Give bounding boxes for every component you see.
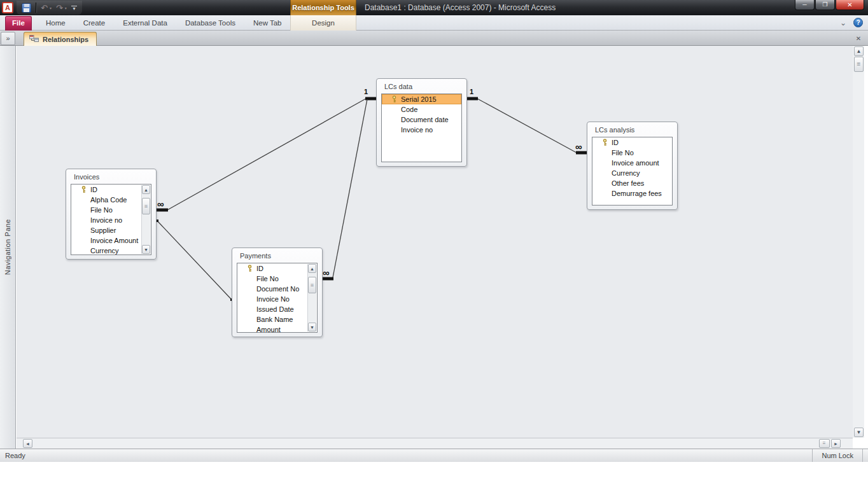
field-list-scrollbar[interactable]: ▲≡▼ [141,185,150,254]
field-label: Invoice no [401,126,433,134]
scroll-down-icon[interactable]: ▼ [142,245,150,254]
field-row[interactable]: Invoice amount [592,158,672,168]
field-row[interactable]: Code [382,104,461,115]
vertical-scrollbar[interactable]: ▲ ≡ ▼ [853,46,864,438]
field-row[interactable]: Other fees [592,178,672,188]
tab-external-data[interactable]: External Data [114,15,176,31]
scroll-down-icon[interactable]: ▼ [308,323,316,331]
field-row[interactable]: Currency [71,246,151,255]
help-icon[interactable]: ? [853,18,863,27]
scroll-right-icon[interactable]: ► [831,439,841,448]
cardinality-many-label: ∞ [157,200,164,207]
field-row[interactable]: ID [237,263,317,274]
access-window: A ↶ ▾ ↷ ▾ ▼ Relationship Tools Database1… [0,0,868,488]
cardinality-one-label: 1 [470,88,473,95]
field-row[interactable]: File No [237,274,317,284]
table-title[interactable]: Payments [237,249,318,263]
field-label: Invoice no [90,216,122,224]
field-label: Demurrage fees [612,190,662,197]
scroll-up-icon[interactable]: ▲ [308,264,316,273]
doc-close-icon[interactable]: ✕ [853,34,864,43]
scroll-up-icon[interactable]: ▲ [142,185,150,194]
customize-qat-icon[interactable]: ▼ [71,6,77,10]
field-label: Alpha Code [90,196,127,204]
scroll-thumb[interactable]: ≡ [142,198,150,214]
title-bar: A ↶ ▾ ↷ ▾ ▼ Relationship Tools Database1… [0,0,868,15]
minimize-button[interactable]: ─ [795,0,815,10]
field-row[interactable]: Serial 2015 [382,94,461,104]
field-row[interactable]: Invoice no [71,215,151,225]
tab-create[interactable]: Create [74,15,115,31]
scroll-left-icon[interactable]: ◄ [23,439,32,448]
field-label: Supplier [90,227,116,234]
field-label: File No [256,275,279,282]
relationships-canvas[interactable]: 1 ∞ ∞ 1 ∞ Invoices IDAlpha CodeFile NoIn… [17,46,853,438]
relationships-icon [29,34,39,45]
field-label: File No [612,149,634,157]
primary-key-icon [601,139,608,146]
redo-dropdown-icon[interactable]: ▾ [65,6,67,10]
table-box-invoices[interactable]: Invoices IDAlpha CodeFile NoInvoice noSu… [66,169,157,260]
field-label: Other fees [612,179,644,187]
field-row[interactable]: Invoice Amount [71,235,151,246]
field-row[interactable]: ID [592,137,672,148]
tab-new-tab[interactable]: New Tab [244,15,291,31]
field-row[interactable]: File No [592,148,672,158]
field-row[interactable]: Issued Date [237,304,317,314]
field-row[interactable]: Document date [382,115,461,125]
access-app-icon[interactable]: A [2,2,13,13]
undo-dropdown-icon[interactable]: ▾ [50,6,52,10]
field-label: Document No [256,285,299,293]
nav-pane-expand-button[interactable]: » [1,32,15,45]
tab-file[interactable]: File [5,16,32,31]
horizontal-scrollbar[interactable]: ◄ ≡ ► [17,438,853,449]
field-label: Issued Date [256,305,294,313]
field-row[interactable]: Alpha Code [71,195,151,205]
field-list: IDFile NoDocument NoInvoice NoIssued Dat… [237,263,318,333]
undo-icon[interactable]: ↶ [41,4,48,12]
field-row[interactable]: Amount [237,324,317,333]
quick-access-toolbar: ↶ ▾ ↷ ▾ ▼ [17,1,82,15]
field-row[interactable]: Document No [237,284,317,294]
field-row[interactable]: File No [71,205,151,215]
field-label: File No [90,206,113,214]
ribbon-collapse-icon[interactable]: ⌄ [840,18,846,27]
ribbon-tabs: Home Create External Data Database Tools… [37,15,291,31]
navigation-pane-collapsed[interactable]: Navigation Pane [0,46,16,449]
field-row[interactable]: Invoice No [237,294,317,304]
scroll-thumb[interactable]: ≡ [308,277,316,293]
table-title[interactable]: LCs data [381,80,462,94]
field-row[interactable]: Demurrage fees [592,188,672,199]
status-text: Ready [5,449,25,462]
field-list: IDAlpha CodeFile NoInvoice noSupplierInv… [71,184,151,255]
table-box-payments[interactable]: Payments IDFile NoDocument NoInvoice NoI… [232,247,323,337]
restore-button[interactable]: ❐ [815,0,835,10]
close-button[interactable]: ✕ [836,0,864,10]
scroll-up-icon[interactable]: ▲ [854,46,864,56]
primary-key-icon [246,265,253,272]
tab-design[interactable]: Design [291,15,356,31]
table-box-lcs-analysis[interactable]: LCs analysis IDFile NoInvoice amountCurr… [587,122,678,210]
field-row[interactable]: Currency [592,168,672,178]
field-label: ID [90,186,97,193]
field-row[interactable]: Invoice no [382,125,461,135]
save-icon[interactable] [22,3,31,13]
scroll-down-icon[interactable]: ▼ [854,428,864,437]
horizontal-scroll-thumb[interactable]: ≡ [819,439,830,448]
field-row[interactable]: Bank Name [237,314,317,324]
contextual-tab-group: Design [290,15,356,31]
table-box-lcs-data[interactable]: LCs data Serial 2015CodeDocument dateInv… [376,78,467,167]
field-row[interactable]: ID [71,185,151,195]
field-list-scrollbar[interactable]: ▲≡▼ [307,264,316,331]
redo-icon[interactable]: ↷ [56,4,63,12]
tab-database-tools[interactable]: Database Tools [176,15,244,31]
field-row[interactable]: Supplier [71,225,151,235]
table-title[interactable]: LCs analysis [592,123,673,137]
primary-key-icon [80,186,87,193]
table-title[interactable]: Invoices [71,171,151,184]
vertical-scroll-thumb[interactable]: ≡ [854,57,864,72]
field-label: ID [256,265,263,272]
tab-relationships[interactable]: Relationships [24,32,97,46]
cardinality-one-label: 1 [364,88,368,95]
tab-home[interactable]: Home [37,15,74,31]
